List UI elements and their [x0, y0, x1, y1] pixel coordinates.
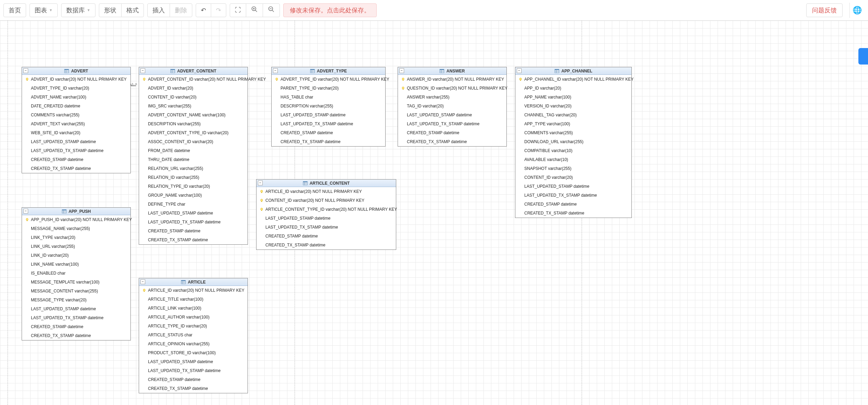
undo-button[interactable]: ↶: [196, 3, 211, 17]
table-column[interactable]: HAS_TABLE char: [272, 93, 385, 102]
table-column[interactable]: ARTICLE_TITLE varchar(100): [139, 295, 248, 304]
table-app-channel[interactable]: −APP_CHANNELAPP_CHANNEL_ID varchar(20) N…: [515, 67, 632, 218]
table-column[interactable]: CREATED_STAMP datetime: [22, 322, 130, 331]
table-column[interactable]: ADVERT_CONTENT_NAME varchar(100): [139, 111, 248, 119]
table-column[interactable]: ARTICLE_TYPE_ID varchar(20): [139, 322, 248, 331]
side-panel-tab[interactable]: [858, 48, 868, 65]
fullscreen-button[interactable]: ⛶: [230, 3, 246, 17]
table-column[interactable]: APP_TYPE varchar(100): [515, 119, 631, 128]
table-column[interactable]: CONTENT_ID varchar(20) NOT NULL PRIMARY …: [256, 196, 396, 205]
table-advert-type[interactable]: −ADVERT_TYPEADVERT_TYPE_ID varchar(20) N…: [271, 67, 386, 147]
table-header[interactable]: −ADVERT_CONTENT: [139, 67, 248, 75]
table-column[interactable]: COMMENTS varchar(255): [22, 111, 130, 119]
collapse-icon[interactable]: −: [23, 68, 28, 73]
table-column[interactable]: LAST_UPDATED_STAMP datetime: [256, 214, 396, 223]
table-column[interactable]: AVAILABLE varchar(10): [515, 155, 631, 164]
table-column[interactable]: CREATED_TX_STAMP datetime: [22, 164, 130, 173]
language-button[interactable]: 🌐: [849, 3, 865, 18]
table-column[interactable]: ARTICLE_CONTENT_TYPE_ID varchar(20) NOT …: [256, 205, 396, 214]
table-advert[interactable]: −ADVERTADVERT_ID varchar(20) NOT NULL PR…: [22, 67, 131, 173]
table-column[interactable]: MESSAGE_TYPE varchar(20): [22, 296, 130, 304]
table-column[interactable]: ARTICLE_ID varchar(20) NOT NULL PRIMARY …: [256, 187, 396, 196]
canvas-wrap[interactable]: 1..n −ADVERTADVERT_ID varchar(20) NOT NU…: [0, 21, 868, 405]
table-column[interactable]: QUESTION_ID varchar(20) NOT NULL PRIMARY…: [398, 84, 506, 93]
collapse-icon[interactable]: −: [140, 279, 145, 284]
table-column[interactable]: DESCRIPTION varchar(255): [139, 119, 248, 128]
feedback-button[interactable]: 问题反馈: [806, 3, 843, 17]
table-column[interactable]: LINK_ID varchar(20): [22, 251, 130, 260]
chart-dropdown[interactable]: 图表▼: [30, 3, 58, 17]
table-column[interactable]: TAG_ID varchar(20): [398, 102, 506, 111]
collapse-icon[interactable]: −: [273, 68, 278, 73]
delete-button[interactable]: 删除: [170, 3, 192, 17]
table-column[interactable]: DEFINE_TYPE char: [139, 200, 248, 209]
table-column[interactable]: CREATED_STAMP datetime: [272, 128, 385, 137]
diagram-canvas[interactable]: 1..n −ADVERTADVERT_ID varchar(20) NOT NU…: [0, 21, 868, 405]
table-column[interactable]: CREATED_STAMP datetime: [398, 128, 506, 137]
table-column[interactable]: CREATED_STAMP datetime: [139, 375, 248, 384]
table-app-push[interactable]: −APP_PUSHAPP_PUSH_ID varchar(20) NOT NUL…: [22, 207, 131, 340]
table-column[interactable]: RELATION_TYPE_ID varchar(20): [139, 182, 248, 191]
table-column[interactable]: ADVERT_ID varchar(20) NOT NULL PRIMARY K…: [22, 75, 130, 84]
table-column[interactable]: LAST_UPDATED_STAMP datetime: [398, 111, 506, 119]
table-column[interactable]: CREATED_TX_STAMP datetime: [139, 235, 248, 244]
collapse-icon[interactable]: −: [140, 68, 145, 73]
table-column[interactable]: CONTENT_ID varchar(20): [139, 93, 248, 102]
table-column[interactable]: LAST_UPDATED_TX_STAMP datetime: [22, 146, 130, 155]
table-column[interactable]: ADVERT_TYPE_ID varchar(20) NOT NULL PRIM…: [272, 75, 385, 84]
table-column[interactable]: ARTICLE_AUTHOR varchar(100): [139, 313, 248, 322]
table-column[interactable]: ADVERT_CONTENT_ID varchar(20) NOT NULL P…: [139, 75, 248, 84]
table-header[interactable]: −ARTICLE: [139, 278, 248, 286]
table-column[interactable]: CREATED_TX_STAMP datetime: [515, 209, 631, 218]
table-column[interactable]: ARTICLE_ID varchar(20) NOT NULL PRIMARY …: [139, 286, 248, 295]
table-header[interactable]: −ARTICLE_CONTENT: [256, 180, 396, 187]
collapse-icon[interactable]: −: [258, 181, 263, 185]
table-column[interactable]: MESSAGE_NAME varchar(255): [22, 224, 130, 233]
table-column[interactable]: LAST_UPDATED_STAMP datetime: [22, 304, 130, 313]
table-column[interactable]: APP_PUSH_ID varchar(20) NOT NULL PRIMARY…: [22, 215, 130, 224]
table-column[interactable]: CREATED_STAMP datetime: [515, 200, 631, 209]
table-column[interactable]: LAST_UPDATED_TX_STAMP datetime: [515, 191, 631, 200]
table-column[interactable]: VERSION_ID varchar(20): [515, 102, 631, 111]
table-column[interactable]: LAST_UPDATED_TX_STAMP datetime: [398, 119, 506, 128]
table-column[interactable]: FROM_DATE datetime: [139, 146, 248, 155]
table-column[interactable]: CHANNEL_TAG varchar(20): [515, 111, 631, 119]
table-column[interactable]: RELATION_ID varchar(255): [139, 173, 248, 182]
table-column[interactable]: ADVERT_NAME varchar(100): [22, 93, 130, 102]
collapse-icon[interactable]: −: [23, 209, 28, 213]
table-column[interactable]: LINK_URL varchar(255): [22, 242, 130, 251]
table-column[interactable]: APP_CHANNEL_ID varchar(20) NOT NULL PRIM…: [515, 75, 631, 84]
table-column[interactable]: IMG_SRC varchar(255): [139, 102, 248, 111]
table-article[interactable]: −ARTICLEARTICLE_ID varchar(20) NOT NULL …: [139, 278, 248, 393]
table-column[interactable]: LAST_UPDATED_TX_STAMP datetime: [139, 218, 248, 227]
home-button[interactable]: 首页: [3, 3, 26, 17]
table-column[interactable]: ANSWER_ID varchar(20) NOT NULL PRIMARY K…: [398, 75, 506, 84]
table-column[interactable]: COMMENTS varchar(255): [515, 128, 631, 137]
collapse-icon[interactable]: −: [399, 68, 404, 73]
table-column[interactable]: CREATED_TX_STAMP datetime: [398, 137, 506, 146]
table-column[interactable]: CREATED_TX_STAMP datetime: [272, 137, 385, 146]
table-column[interactable]: LAST_UPDATED_STAMP datetime: [139, 209, 248, 218]
table-column[interactable]: ADVERT_ID varchar(20): [139, 84, 248, 93]
table-column[interactable]: DATE_CREATED datetime: [22, 102, 130, 111]
table-column[interactable]: LAST_UPDATED_STAMP datetime: [272, 111, 385, 119]
table-column[interactable]: ARTICLE_LINK varchar(100): [139, 304, 248, 313]
table-column[interactable]: SNAPSHOT varchar(255): [515, 164, 631, 173]
insert-button[interactable]: 插入: [147, 3, 170, 17]
table-column[interactable]: ARTICLE_STATUS char: [139, 331, 248, 339]
table-column[interactable]: THRU_DATE datetime: [139, 155, 248, 164]
table-column[interactable]: ADVERT_TYPE_ID varchar(20): [22, 84, 130, 93]
database-dropdown[interactable]: 数据库▼: [61, 3, 95, 17]
table-header[interactable]: −ANSWER: [398, 67, 506, 75]
table-column[interactable]: CONTENT_ID varchar(20): [515, 173, 631, 182]
collapse-icon[interactable]: −: [517, 68, 522, 73]
table-column[interactable]: MESSAGE_TEMPLATE varchar(100): [22, 278, 130, 287]
table-column[interactable]: LAST_UPDATED_STAMP datetime: [515, 182, 631, 191]
table-column[interactable]: GROUP_NAME varchar(100): [139, 191, 248, 200]
table-column[interactable]: ASSOC_CONTENT_ID varchar(20): [139, 137, 248, 146]
table-column[interactable]: APP_ID varchar(20): [515, 84, 631, 93]
table-column[interactable]: DESCRIPTION varchar(255): [272, 102, 385, 111]
table-column[interactable]: LINK_NAME varchar(100): [22, 260, 130, 269]
table-column[interactable]: WEB_SITE_ID varchar(20): [22, 128, 130, 137]
table-column[interactable]: ADVERT_TEXT varchar(255): [22, 119, 130, 128]
